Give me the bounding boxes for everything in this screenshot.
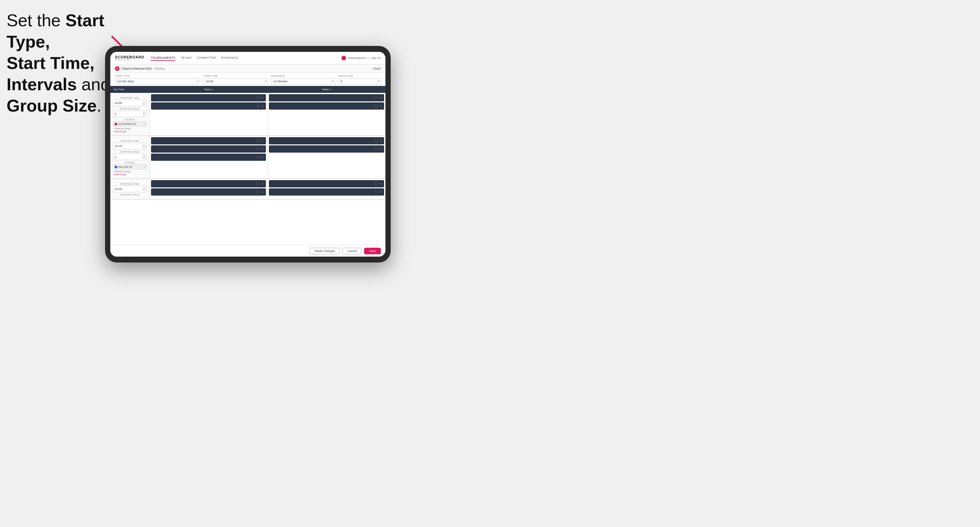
hole-stepper-2[interactable]: ▲▼ <box>143 154 145 159</box>
footer-bar: Reset Changes Cancel Save <box>110 245 385 257</box>
x-icon[interactable]: × <box>261 96 264 99</box>
nav-link-tournaments[interactable]: TOURNAMENTS <box>151 56 175 61</box>
start-type-select[interactable]: 1st Tee Start Shotgun Start <box>115 78 200 84</box>
intervals-select-wrapper: 10 Minutes 8 Minutes 12 Minutes <box>271 78 335 84</box>
time-stepper-3[interactable]: ▲▼ <box>143 187 145 191</box>
tee-left-2: STARTING TIME: 10:10 ▲▼ STARTING HOLE: 1… <box>110 136 150 178</box>
x-icon[interactable]: × <box>261 156 264 159</box>
nav-right: blair@clipped.io | Sign out <box>342 56 381 60</box>
circle-icon[interactable] <box>256 156 260 159</box>
cancel-button[interactable]: Cancel <box>342 248 361 254</box>
circle-icon[interactable] <box>256 182 260 186</box>
starting-time-value-3: 10:20 ▲▼ <box>113 186 147 192</box>
course-icon-2 <box>115 166 117 168</box>
intervals-group: Intervals 10 Minutes 8 Minutes 12 Minute… <box>271 75 335 84</box>
time-stepper-2[interactable]: ▲▼ <box>143 144 145 148</box>
th-tee-time: Tee Time <box>110 86 150 93</box>
x-icon[interactable]: × <box>261 182 264 186</box>
team2-row-1a: × <box>269 94 384 102</box>
bold-intervals: Intervals <box>6 75 77 94</box>
bold-group-size: Group Size <box>6 96 97 115</box>
starting-time-value-2: 10:10 ▲▼ <box>113 143 147 149</box>
course-label-2: COURSE: <box>113 162 147 164</box>
course-tag-1: (A) Peachtree GC × <box>113 121 147 126</box>
reset-changes-button[interactable]: Reset Changes <box>310 248 340 254</box>
save-button[interactable]: Save <box>364 248 381 254</box>
x-icon[interactable]: × <box>379 104 382 108</box>
circle-icon[interactable] <box>375 147 378 151</box>
circle-icon[interactable] <box>375 104 378 108</box>
x-icon[interactable]: × <box>379 182 382 186</box>
bold-start-type: Start Type, <box>6 11 104 51</box>
circle-icon[interactable] <box>256 139 260 143</box>
team2-row-3b: × <box>269 188 384 195</box>
circle-icon[interactable] <box>256 147 260 151</box>
course-x-2[interactable]: × <box>143 165 145 168</box>
start-type-select-wrapper: 1st Tee Start Shotgun Start <box>115 78 200 84</box>
course-tag-2: East Lake GC × <box>113 164 147 169</box>
circle-icon[interactable] <box>256 96 260 99</box>
add-group-2[interactable]: + Add Group <box>113 173 147 176</box>
start-time-group: Start Time 10:00 10:10 10:20 <box>204 75 267 84</box>
x-icon[interactable]: × <box>261 190 264 194</box>
starting-time-label-2: STARTING TIME: <box>113 140 147 142</box>
circle-icon[interactable] <box>256 104 260 108</box>
circle-icon[interactable] <box>375 139 378 143</box>
user-avatar <box>342 56 346 60</box>
remove-group-1[interactable]: ○Remove Group <box>113 127 147 130</box>
nav-link-rankings[interactable]: RANKINGS <box>221 56 238 61</box>
tablet-frame: SCOREBOARD Powered by clipp TOURNAMENTS … <box>105 46 391 262</box>
add-group-1[interactable]: + Add Group <box>113 130 147 133</box>
team2-row-2a: × <box>269 137 384 144</box>
x-icon[interactable]: × <box>379 139 382 143</box>
team1-row-1a: × <box>151 94 266 102</box>
intervals-label: Intervals <box>271 75 335 77</box>
intervals-select[interactable]: 10 Minutes 8 Minutes 12 Minutes <box>271 78 335 84</box>
team2-cell-2: × × <box>267 136 385 178</box>
tee-left-1: STARTING TIME: 10:00 ▲▼ STARTING HOLE: 1… <box>110 93 150 135</box>
time-stepper-1[interactable]: ▲▼ <box>143 101 145 105</box>
group-size-select-wrapper: 3 2 4 <box>338 78 381 84</box>
th-team2: Team 2 <box>267 86 385 93</box>
starting-hole-label-2: STARTING HOLE: <box>113 151 147 153</box>
team1-row-2a: × <box>151 137 266 144</box>
x-icon[interactable]: × <box>379 147 382 151</box>
starting-time-label-1: STARTING TIME: <box>113 97 147 99</box>
circle-icon[interactable] <box>375 190 378 194</box>
course-name-2: East Lake GC <box>118 166 133 168</box>
team2-cell-1: × × <box>267 93 385 135</box>
tournament-title: Clippd Invitational (Me) Hosting <box>121 67 372 70</box>
team1-row-2b: × <box>151 145 266 152</box>
hole-stepper-1[interactable]: ▲▼ <box>143 111 145 116</box>
team2-cell-3: × × <box>267 179 385 199</box>
team1-cell-3: × × <box>150 179 267 199</box>
x-icon[interactable]: × <box>261 139 264 143</box>
tee-left-3: STARTING TIME: 10:20 ▲▼ STARTING HOLE: <box>110 179 150 199</box>
circle-icon[interactable] <box>375 96 378 99</box>
nav-link-teams[interactable]: TEAMS <box>181 56 192 61</box>
circle-icon[interactable] <box>375 182 378 186</box>
x-icon[interactable]: × <box>261 147 264 151</box>
course-label-1: COURSE: <box>113 119 147 121</box>
sign-out-link[interactable]: Sign out <box>371 56 381 59</box>
circle-icon[interactable] <box>256 190 260 194</box>
team2-row-1b: × <box>269 102 384 110</box>
sub-nav: C Clippd Invitational (Me) Hosting < Bac… <box>110 64 385 73</box>
start-time-select[interactable]: 10:00 10:10 10:20 <box>204 78 267 84</box>
starting-hole-label-3: STARTING HOLE: <box>113 194 147 196</box>
back-button[interactable]: < Back <box>372 67 381 70</box>
team1-row-1b: × <box>151 102 266 110</box>
tablet-screen: SCOREBOARD Powered by clipp TOURNAMENTS … <box>110 52 385 257</box>
remove-group-2[interactable]: ○Remove Group <box>113 170 147 173</box>
x-icon[interactable]: × <box>379 190 382 194</box>
nav-link-committee[interactable]: COMMITTEE <box>197 56 216 61</box>
x-icon[interactable]: × <box>261 104 264 108</box>
start-type-label: Start Type <box>115 75 200 77</box>
team2-row-3a: × <box>269 180 384 187</box>
course-x-1[interactable]: × <box>143 122 145 125</box>
group-size-select[interactable]: 3 2 4 <box>338 78 381 84</box>
start-type-group: Start Type 1st Tee Start Shotgun Start <box>115 75 200 84</box>
course-icon-1 <box>115 123 117 125</box>
start-time-select-wrapper: 10:00 10:10 10:20 <box>204 78 267 84</box>
x-icon[interactable]: × <box>379 96 382 99</box>
